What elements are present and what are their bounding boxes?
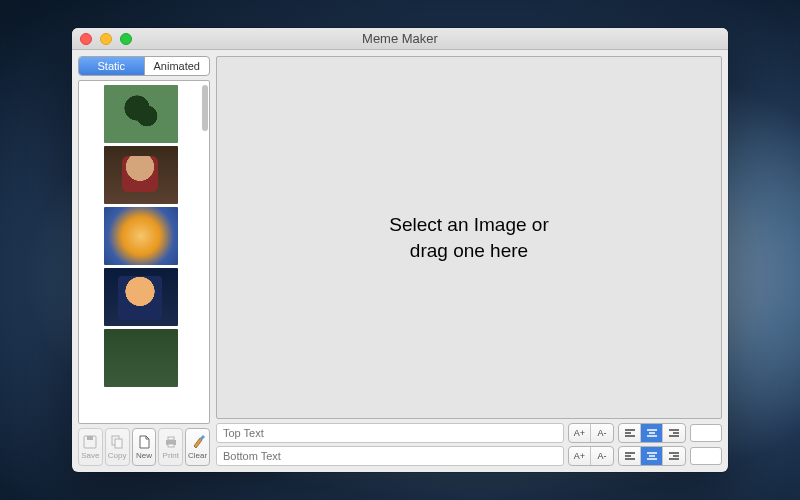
- align-right-icon: [668, 428, 680, 438]
- align-left-button[interactable]: [619, 447, 641, 465]
- save-button[interactable]: Save: [78, 428, 103, 466]
- desktop-background: Meme Maker Static Animated: [0, 0, 800, 500]
- font-increase-button[interactable]: A+: [569, 447, 591, 465]
- traffic-lights: [80, 33, 132, 45]
- align-right-icon: [668, 451, 680, 461]
- align-left-icon: [624, 451, 636, 461]
- print-icon: [163, 434, 179, 450]
- align-left-icon: [624, 428, 636, 438]
- canvas-dropzone[interactable]: Select an Image or drag one here: [216, 56, 722, 419]
- clear-label: Clear: [188, 451, 207, 460]
- new-icon: [136, 434, 152, 450]
- placeholder-line: Select an Image or: [389, 212, 548, 238]
- font-increase-button[interactable]: A+: [569, 424, 591, 442]
- top-color-swatch[interactable]: [690, 424, 722, 442]
- save-label: Save: [81, 451, 99, 460]
- maximize-button[interactable]: [120, 33, 132, 45]
- top-text-input[interactable]: [216, 423, 564, 443]
- thumbnail-item[interactable]: [104, 146, 178, 204]
- svg-rect-3: [115, 439, 122, 448]
- align-center-icon: [646, 451, 658, 461]
- align-left-button[interactable]: [619, 424, 641, 442]
- thumbnail-list-frame: [78, 80, 210, 424]
- top-text-row: A+ A-: [216, 423, 722, 443]
- new-label: New: [136, 451, 152, 460]
- main-row: Static Animated: [78, 56, 722, 466]
- bottom-font-size: A+ A-: [568, 446, 614, 466]
- bottom-align: [618, 446, 686, 466]
- minimize-button[interactable]: [100, 33, 112, 45]
- editor-column: Select an Image or drag one here A+ A-: [216, 56, 722, 466]
- copy-label: Copy: [108, 451, 127, 460]
- scrollbar-thumb[interactable]: [202, 85, 208, 131]
- thumbnail-item[interactable]: [104, 329, 178, 387]
- thumbnail-item[interactable]: [104, 207, 178, 265]
- thumbnail-item[interactable]: [104, 268, 178, 326]
- brush-icon: [190, 434, 206, 450]
- align-right-button[interactable]: [663, 424, 685, 442]
- align-center-button[interactable]: [641, 447, 663, 465]
- thumbnail-list[interactable]: [79, 81, 209, 423]
- tab-static[interactable]: Static: [79, 57, 145, 75]
- bottom-color-swatch[interactable]: [690, 447, 722, 465]
- align-center-button[interactable]: [641, 424, 663, 442]
- bottom-text-row: A+ A-: [216, 446, 722, 466]
- print-label: Print: [163, 451, 179, 460]
- bottom-text-input[interactable]: [216, 446, 564, 466]
- copy-icon: [109, 434, 125, 450]
- font-decrease-button[interactable]: A-: [591, 447, 613, 465]
- placeholder-line: drag one here: [389, 238, 548, 264]
- tab-animated[interactable]: Animated: [145, 57, 210, 75]
- new-button[interactable]: New: [132, 428, 157, 466]
- copy-button[interactable]: Copy: [105, 428, 130, 466]
- svg-rect-5: [168, 437, 174, 440]
- align-right-button[interactable]: [663, 447, 685, 465]
- window-title: Meme Maker: [72, 31, 728, 46]
- align-center-icon: [646, 428, 658, 438]
- titlebar[interactable]: Meme Maker: [72, 28, 728, 50]
- svg-rect-1: [87, 436, 93, 440]
- print-button[interactable]: Print: [158, 428, 183, 466]
- clear-button[interactable]: Clear: [185, 428, 210, 466]
- canvas-placeholder: Select an Image or drag one here: [389, 212, 548, 263]
- svg-rect-6: [168, 444, 174, 447]
- app-window: Meme Maker Static Animated: [72, 28, 728, 472]
- close-button[interactable]: [80, 33, 92, 45]
- text-controls: A+ A-: [216, 423, 722, 466]
- content-area: Static Animated: [72, 50, 728, 472]
- font-decrease-button[interactable]: A-: [591, 424, 613, 442]
- tab-switcher: Static Animated: [78, 56, 210, 76]
- thumbnail-item[interactable]: [104, 85, 178, 143]
- save-icon: [82, 434, 98, 450]
- sidebar: Static Animated: [78, 56, 210, 466]
- action-toolbar: Save Copy New Print: [78, 428, 210, 466]
- top-font-size: A+ A-: [568, 423, 614, 443]
- top-align: [618, 423, 686, 443]
